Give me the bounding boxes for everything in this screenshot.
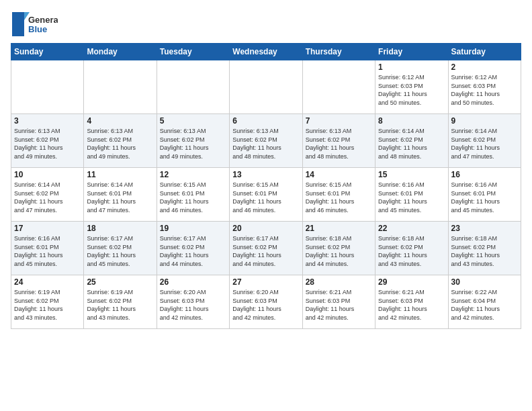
calendar-cell: 21Sunrise: 6:18 AM Sunset: 6:02 PM Dayli… xyxy=(302,222,375,275)
day-number: 19 xyxy=(160,224,226,233)
calendar-cell: 18Sunrise: 6:17 AM Sunset: 6:02 PM Dayli… xyxy=(84,222,157,275)
day-number: 22 xyxy=(378,224,445,233)
day-number: 5 xyxy=(160,116,226,126)
cell-info: Sunrise: 6:18 AM Sunset: 6:02 PM Dayligh… xyxy=(451,234,518,268)
weekday-header: Tuesday xyxy=(157,44,229,60)
weekday-header: Sunday xyxy=(11,44,84,60)
page-header: GeneralBlue xyxy=(11,11,521,38)
calendar-cell: 28Sunrise: 6:21 AM Sunset: 6:03 PM Dayli… xyxy=(302,275,375,329)
calendar-week-row: 1Sunrise: 6:12 AM Sunset: 6:03 PM Daylig… xyxy=(11,60,521,114)
cell-info: Sunrise: 6:12 AM Sunset: 6:03 PM Dayligh… xyxy=(451,73,518,107)
cell-info: Sunrise: 6:20 AM Sunset: 6:03 PM Dayligh… xyxy=(160,288,226,322)
calendar-cell: 25Sunrise: 6:19 AM Sunset: 6:02 PM Dayli… xyxy=(84,275,157,329)
day-number: 15 xyxy=(378,170,445,179)
calendar-cell xyxy=(84,60,157,114)
calendar-cell: 5Sunrise: 6:13 AM Sunset: 6:02 PM Daylig… xyxy=(157,114,229,168)
calendar-cell: 20Sunrise: 6:17 AM Sunset: 6:02 PM Dayli… xyxy=(230,222,302,275)
day-number: 13 xyxy=(232,170,299,179)
weekday-header: Friday xyxy=(375,44,448,60)
calendar-week-row: 3Sunrise: 6:13 AM Sunset: 6:02 PM Daylig… xyxy=(11,114,521,168)
day-number: 23 xyxy=(451,224,518,233)
cell-info: Sunrise: 6:12 AM Sunset: 6:03 PM Dayligh… xyxy=(378,73,445,107)
cell-info: Sunrise: 6:15 AM Sunset: 6:01 PM Dayligh… xyxy=(232,181,299,214)
calendar-cell: 15Sunrise: 6:16 AM Sunset: 6:01 PM Dayli… xyxy=(375,168,448,222)
day-number: 1 xyxy=(378,62,445,72)
calendar-week-row: 10Sunrise: 6:14 AM Sunset: 6:02 PM Dayli… xyxy=(11,168,521,222)
day-number: 21 xyxy=(306,224,372,233)
cell-info: Sunrise: 6:22 AM Sunset: 6:04 PM Dayligh… xyxy=(451,288,518,322)
calendar-week-row: 17Sunrise: 6:16 AM Sunset: 6:01 PM Dayli… xyxy=(11,222,521,275)
calendar-cell: 7Sunrise: 6:13 AM Sunset: 6:02 PM Daylig… xyxy=(302,114,375,168)
cell-info: Sunrise: 6:14 AM Sunset: 6:02 PM Dayligh… xyxy=(14,181,81,214)
day-number: 8 xyxy=(378,116,445,126)
calendar-cell: 29Sunrise: 6:21 AM Sunset: 6:03 PM Dayli… xyxy=(375,275,448,329)
day-number: 3 xyxy=(14,116,81,126)
calendar-cell: 23Sunrise: 6:18 AM Sunset: 6:02 PM Dayli… xyxy=(448,222,521,275)
calendar-cell: 13Sunrise: 6:15 AM Sunset: 6:01 PM Dayli… xyxy=(230,168,302,222)
cell-info: Sunrise: 6:18 AM Sunset: 6:02 PM Dayligh… xyxy=(306,234,372,268)
svg-rect-0 xyxy=(12,12,24,36)
calendar-cell: 1Sunrise: 6:12 AM Sunset: 6:03 PM Daylig… xyxy=(375,60,448,114)
cell-info: Sunrise: 6:19 AM Sunset: 6:02 PM Dayligh… xyxy=(87,288,153,322)
weekday-header: Thursday xyxy=(302,44,375,60)
cell-info: Sunrise: 6:18 AM Sunset: 6:02 PM Dayligh… xyxy=(378,234,445,268)
logo-icon: GeneralBlue xyxy=(11,11,58,38)
calendar-cell xyxy=(302,60,375,114)
cell-info: Sunrise: 6:13 AM Sunset: 6:02 PM Dayligh… xyxy=(87,127,153,161)
calendar-cell: 4Sunrise: 6:13 AM Sunset: 6:02 PM Daylig… xyxy=(84,114,157,168)
cell-info: Sunrise: 6:19 AM Sunset: 6:02 PM Dayligh… xyxy=(14,288,81,322)
calendar-cell: 24Sunrise: 6:19 AM Sunset: 6:02 PM Dayli… xyxy=(11,275,84,329)
calendar-cell: 26Sunrise: 6:20 AM Sunset: 6:03 PM Dayli… xyxy=(157,275,229,329)
cell-info: Sunrise: 6:13 AM Sunset: 6:02 PM Dayligh… xyxy=(232,127,299,161)
calendar-cell: 2Sunrise: 6:12 AM Sunset: 6:03 PM Daylig… xyxy=(448,60,521,114)
day-number: 10 xyxy=(14,170,81,179)
day-number: 20 xyxy=(232,224,299,233)
calendar-cell: 6Sunrise: 6:13 AM Sunset: 6:02 PM Daylig… xyxy=(230,114,302,168)
calendar-cell xyxy=(11,60,84,114)
day-number: 9 xyxy=(451,116,518,126)
calendar-table: SundayMondayTuesdayWednesdayThursdayFrid… xyxy=(11,43,521,329)
day-number: 25 xyxy=(87,277,153,287)
cell-info: Sunrise: 6:16 AM Sunset: 6:01 PM Dayligh… xyxy=(14,234,81,268)
calendar-cell: 11Sunrise: 6:14 AM Sunset: 6:01 PM Dayli… xyxy=(84,168,157,222)
svg-text:General: General xyxy=(28,15,58,25)
cell-info: Sunrise: 6:13 AM Sunset: 6:02 PM Dayligh… xyxy=(160,127,226,161)
cell-info: Sunrise: 6:17 AM Sunset: 6:02 PM Dayligh… xyxy=(232,234,299,268)
day-number: 28 xyxy=(306,277,372,287)
calendar-cell xyxy=(230,60,302,114)
calendar-cell: 12Sunrise: 6:15 AM Sunset: 6:01 PM Dayli… xyxy=(157,168,229,222)
calendar-cell: 30Sunrise: 6:22 AM Sunset: 6:04 PM Dayli… xyxy=(448,275,521,329)
cell-info: Sunrise: 6:16 AM Sunset: 6:01 PM Dayligh… xyxy=(378,181,445,214)
cell-info: Sunrise: 6:13 AM Sunset: 6:02 PM Dayligh… xyxy=(14,127,81,161)
calendar-cell: 9Sunrise: 6:14 AM Sunset: 6:02 PM Daylig… xyxy=(448,114,521,168)
cell-info: Sunrise: 6:20 AM Sunset: 6:03 PM Dayligh… xyxy=(232,288,299,322)
cell-info: Sunrise: 6:17 AM Sunset: 6:02 PM Dayligh… xyxy=(160,234,226,268)
calendar-cell: 8Sunrise: 6:14 AM Sunset: 6:02 PM Daylig… xyxy=(375,114,448,168)
cell-info: Sunrise: 6:16 AM Sunset: 6:01 PM Dayligh… xyxy=(451,181,518,214)
day-number: 12 xyxy=(160,170,226,179)
day-number: 7 xyxy=(306,116,372,126)
cell-info: Sunrise: 6:15 AM Sunset: 6:01 PM Dayligh… xyxy=(160,181,226,214)
day-number: 17 xyxy=(14,224,81,233)
svg-text:Blue: Blue xyxy=(28,24,47,34)
day-number: 4 xyxy=(87,116,153,126)
day-number: 2 xyxy=(451,62,518,72)
calendar-cell: 22Sunrise: 6:18 AM Sunset: 6:02 PM Dayli… xyxy=(375,222,448,275)
calendar-cell: 14Sunrise: 6:15 AM Sunset: 6:01 PM Dayli… xyxy=(302,168,375,222)
day-number: 16 xyxy=(451,170,518,179)
calendar-cell: 3Sunrise: 6:13 AM Sunset: 6:02 PM Daylig… xyxy=(11,114,84,168)
calendar-week-row: 24Sunrise: 6:19 AM Sunset: 6:02 PM Dayli… xyxy=(11,275,521,329)
cell-info: Sunrise: 6:14 AM Sunset: 6:02 PM Dayligh… xyxy=(378,127,445,161)
calendar-cell xyxy=(157,60,229,114)
logo: GeneralBlue xyxy=(11,11,58,38)
cell-info: Sunrise: 6:17 AM Sunset: 6:02 PM Dayligh… xyxy=(87,234,153,268)
day-number: 26 xyxy=(160,277,226,287)
calendar-cell: 27Sunrise: 6:20 AM Sunset: 6:03 PM Dayli… xyxy=(230,275,302,329)
calendar-cell: 16Sunrise: 6:16 AM Sunset: 6:01 PM Dayli… xyxy=(448,168,521,222)
calendar-cell: 19Sunrise: 6:17 AM Sunset: 6:02 PM Dayli… xyxy=(157,222,229,275)
day-number: 11 xyxy=(87,170,153,179)
cell-info: Sunrise: 6:15 AM Sunset: 6:01 PM Dayligh… xyxy=(306,181,372,214)
cell-info: Sunrise: 6:21 AM Sunset: 6:03 PM Dayligh… xyxy=(378,288,445,322)
cell-info: Sunrise: 6:13 AM Sunset: 6:02 PM Dayligh… xyxy=(306,127,372,161)
day-number: 30 xyxy=(451,277,518,287)
